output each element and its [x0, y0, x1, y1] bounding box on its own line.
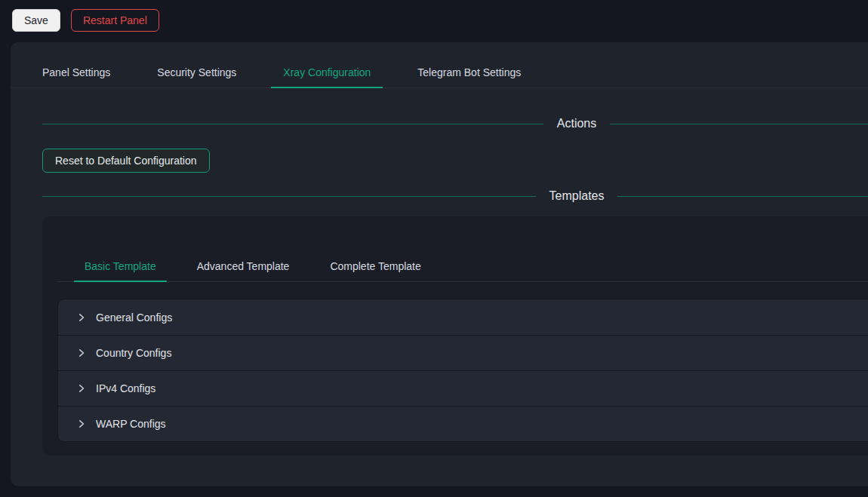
- templates-divider-label: Templates: [536, 189, 618, 203]
- tab-basic-template[interactable]: Basic Template: [74, 251, 167, 281]
- settings-card: Panel Settings Security Settings Xray Co…: [11, 42, 868, 486]
- tab-complete-template[interactable]: Complete Template: [319, 251, 431, 281]
- accordion-warp-configs[interactable]: WARP Configs: [58, 406, 868, 441]
- templates-divider: Templates: [42, 189, 868, 203]
- tab-telegram-bot-settings[interactable]: Telegram Bot Settings: [405, 57, 533, 87]
- divider-line: [42, 196, 536, 197]
- accordion-label: WARP Configs: [96, 418, 166, 430]
- accordion-country-configs[interactable]: Country Configs: [58, 335, 868, 370]
- template-tabs: Basic Template Advanced Template Complet…: [57, 251, 868, 282]
- accordion-label: IPv4 Configs: [96, 382, 155, 394]
- tab-xray-configuration[interactable]: Xray Configuration: [271, 57, 383, 87]
- save-button[interactable]: Save: [12, 9, 60, 32]
- chevron-right-icon: [76, 348, 87, 358]
- settings-tabs: Panel Settings Security Settings Xray Co…: [11, 57, 868, 88]
- templates-accordion: General Configs Country Configs IPv4 Con…: [57, 299, 868, 442]
- xray-configuration-panel: Actions Reset to Default Configuration T…: [11, 117, 868, 456]
- accordion-general-configs[interactable]: General Configs: [58, 299, 868, 335]
- divider-line: [617, 196, 868, 197]
- chevron-right-icon: [76, 383, 87, 394]
- chevron-right-icon: [76, 312, 87, 323]
- tab-advanced-template[interactable]: Advanced Template: [186, 251, 300, 281]
- accordion-label: General Configs: [96, 311, 172, 324]
- actions-divider-label: Actions: [543, 117, 610, 130]
- accordion-ipv4-configs[interactable]: IPv4 Configs: [58, 370, 868, 406]
- templates-card: Basic Template Advanced Template Complet…: [42, 216, 868, 456]
- accordion-label: Country Configs: [96, 347, 171, 359]
- actions-divider: Actions: [42, 117, 868, 130]
- top-toolbar: Save Restart Panel: [0, 0, 868, 41]
- restart-panel-button[interactable]: Restart Panel: [71, 9, 159, 32]
- tab-security-settings[interactable]: Security Settings: [145, 57, 248, 87]
- divider-line: [610, 124, 868, 124]
- chevron-right-icon: [76, 419, 87, 429]
- divider-line: [42, 124, 543, 124]
- reset-default-configuration-button[interactable]: Reset to Default Configuration: [42, 149, 210, 173]
- tab-panel-settings[interactable]: Panel Settings: [30, 57, 122, 87]
